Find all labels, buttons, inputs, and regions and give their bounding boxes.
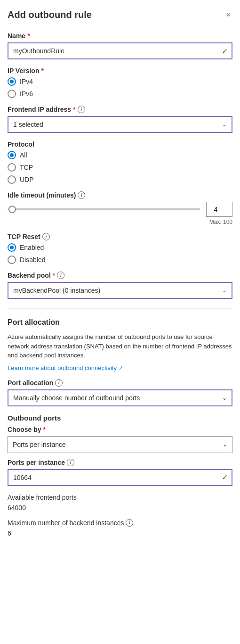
tcp-reset-radio-group: Enabled Disabled (8, 243, 232, 264)
max-backend-value: 6 (8, 529, 232, 537)
protocol-tcp-label: TCP (20, 164, 33, 171)
ip-version-ipv6-radio[interactable] (8, 90, 16, 98)
tcp-reset-disabled-radio[interactable] (8, 256, 16, 264)
backend-pool-value: myBackendPool (0 instances) (13, 287, 100, 294)
max-backend-info-icon[interactable]: i (126, 519, 133, 527)
ip-version-ipv4-label: IPv4 (20, 78, 33, 85)
port-allocation-dropdown-arrow: ⌄ (222, 395, 227, 401)
ports-per-instance-input-wrapper: ✓ (8, 469, 232, 486)
frontend-ip-dropdown-arrow: ⌄ (222, 121, 227, 128)
outbound-ports-subsection: Outbound ports Choose by * Ports per ins… (8, 414, 232, 537)
tcp-reset-enabled-radio-inner (10, 246, 14, 249)
idle-timeout-max-label: Max: 100 (8, 219, 232, 225)
idle-timeout-slider-row (8, 202, 232, 217)
panel-title: Add outbound rule (8, 9, 92, 20)
idle-timeout-slider-section: Max: 100 (8, 202, 232, 225)
tcp-reset-enabled-label: Enabled (20, 244, 44, 251)
protocol-all-radio-inner (10, 153, 14, 157)
backend-pool-info-icon[interactable]: i (57, 272, 64, 279)
protocol-udp-radio[interactable] (8, 175, 16, 184)
tcp-reset-enabled-option[interactable]: Enabled (8, 243, 232, 252)
protocol-tcp-radio[interactable] (8, 163, 16, 172)
port-allocation-info-icon[interactable]: i (55, 379, 63, 387)
backend-pool-label: Backend pool * i (8, 272, 232, 279)
idle-timeout-info-icon[interactable]: i (78, 191, 85, 199)
port-allocation-title: Port allocation (8, 318, 232, 327)
port-allocation-value: Manually choose number of outbound ports (13, 394, 140, 402)
backend-pool-required-indicator: * (53, 272, 55, 279)
choose-by-group: Choose by * Ports per instance ⌄ (8, 426, 232, 453)
port-allocation-description: Azure automatically assigns the number o… (8, 332, 232, 360)
port-allocation-dropdown-group: Port allocation i Manually choose number… (8, 379, 232, 406)
protocol-field-group: Protocol All TCP UDP (8, 140, 232, 184)
external-link-icon: ↗ (119, 365, 123, 371)
ip-version-ipv6-option[interactable]: IPv6 (8, 90, 232, 98)
port-allocation-dropdown-label: Port allocation i (8, 379, 232, 387)
ports-per-instance-check-icon: ✓ (222, 473, 228, 482)
ip-version-ipv6-label: IPv6 (20, 90, 33, 98)
ip-version-ipv4-radio-inner (10, 80, 14, 83)
tcp-reset-field-group: TCP Reset i Enabled Disabled (8, 233, 232, 264)
ip-version-label: IP Version * (8, 67, 232, 74)
protocol-tcp-option[interactable]: TCP (8, 163, 232, 172)
available-frontend-ports-group: Available frontend ports 64000 (8, 494, 232, 512)
name-label: Name * (8, 32, 232, 40)
ports-per-instance-label: Ports per instance i (8, 459, 232, 466)
frontend-ip-value: 1 selected (13, 121, 43, 128)
ip-version-required-indicator: * (41, 67, 43, 74)
idle-timeout-slider-track (8, 208, 200, 210)
protocol-radio-group: All TCP UDP (8, 151, 232, 184)
frontend-ip-required-indicator: * (73, 106, 75, 113)
idle-timeout-input[interactable] (206, 202, 232, 217)
choose-by-value: Ports per instance (13, 441, 66, 448)
ip-version-ipv4-option[interactable]: IPv4 (8, 77, 232, 86)
tcp-reset-label: TCP Reset i (8, 233, 232, 240)
check-icon: ✓ (222, 47, 228, 56)
available-frontend-ports-label: Available frontend ports (8, 494, 232, 501)
idle-timeout-slider-thumb[interactable] (8, 206, 16, 213)
protocol-udp-option[interactable]: UDP (8, 175, 232, 184)
ports-per-instance-input[interactable] (8, 469, 232, 486)
available-frontend-ports-value: 64000 (8, 504, 232, 512)
protocol-label: Protocol (8, 140, 232, 148)
choose-by-dropdown-arrow: ⌄ (223, 441, 227, 448)
backend-pool-dropdown-arrow: ⌄ (222, 287, 227, 294)
port-allocation-dropdown[interactable]: Manually choose number of outbound ports… (8, 389, 232, 406)
protocol-udp-label: UDP (20, 176, 34, 183)
name-input[interactable] (8, 42, 232, 59)
ports-per-instance-group: Ports per instance i ✓ (8, 459, 232, 486)
idle-timeout-label: Idle timeout (minutes) i (8, 191, 232, 199)
ports-per-instance-info-icon[interactable]: i (67, 459, 74, 466)
outbound-ports-title: Outbound ports (8, 414, 232, 422)
frontend-ip-field-group: Frontend IP address * i 1 selected ⌄ (8, 106, 232, 133)
learn-more-link[interactable]: Learn more about outbound connectivity ↗ (8, 364, 123, 372)
name-field-group: Name * ✓ (8, 32, 232, 59)
frontend-ip-info-icon[interactable]: i (78, 106, 85, 113)
ip-version-ipv4-radio[interactable] (8, 77, 16, 86)
frontend-ip-label: Frontend IP address * i (8, 106, 232, 113)
tcp-reset-disabled-label: Disabled (20, 256, 45, 264)
idle-timeout-field-group: Idle timeout (minutes) i Max: 100 (8, 191, 232, 225)
choose-by-dropdown[interactable]: Ports per instance ⌄ (8, 436, 232, 453)
panel-header: Add outbound rule × (8, 9, 232, 21)
section-divider (8, 308, 232, 309)
port-allocation-section: Port allocation Azure automatically assi… (8, 318, 232, 372)
ip-version-field-group: IP Version * IPv4 IPv6 (8, 67, 232, 98)
choose-by-required-indicator: * (43, 426, 46, 433)
ip-version-radio-group: IPv4 IPv6 (8, 77, 232, 98)
tcp-reset-enabled-radio[interactable] (8, 243, 16, 252)
choose-by-label: Choose by * (8, 426, 232, 433)
protocol-all-radio[interactable] (8, 151, 16, 159)
add-outbound-rule-panel: Add outbound rule × Name * ✓ IP Version … (0, 0, 240, 563)
name-required-indicator: * (27, 32, 30, 40)
max-backend-group: Maximum number of backend instances i 6 (8, 519, 232, 537)
tcp-reset-disabled-option[interactable]: Disabled (8, 256, 232, 264)
frontend-ip-dropdown[interactable]: 1 selected ⌄ (8, 116, 232, 133)
backend-pool-dropdown[interactable]: myBackendPool (0 instances) ⌄ (8, 282, 232, 299)
close-button[interactable]: × (224, 9, 232, 21)
tcp-reset-info-icon[interactable]: i (42, 233, 50, 240)
protocol-all-option[interactable]: All (8, 151, 232, 159)
protocol-all-label: All (20, 151, 27, 159)
max-backend-label: Maximum number of backend instances i (8, 519, 232, 527)
name-input-wrapper: ✓ (8, 42, 232, 59)
